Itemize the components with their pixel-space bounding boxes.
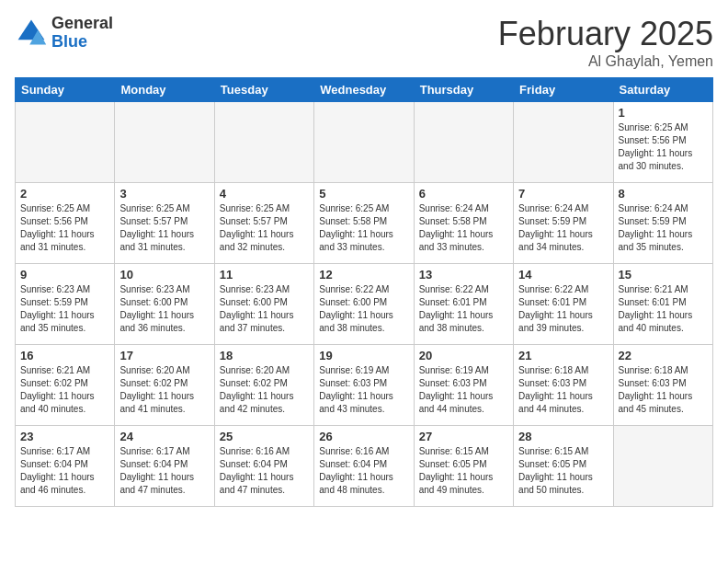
day-info: Sunrise: 6:15 AM Sunset: 6:05 PM Dayligh… [419, 445, 508, 497]
day-number: 17 [119, 349, 209, 362]
day-number: 16 [20, 349, 109, 362]
day-number: 6 [419, 187, 508, 201]
day-info: Sunrise: 6:24 AM Sunset: 5:59 PM Dayligh… [619, 202, 708, 254]
day-info: Sunrise: 6:20 AM Sunset: 6:02 PM Dayligh… [220, 364, 309, 416]
day-cell: 11Sunrise: 6:23 AM Sunset: 6:00 PM Dayli… [214, 264, 313, 345]
day-number: 15 [619, 268, 708, 282]
logo-general: General [51, 15, 113, 33]
day-number: 22 [619, 349, 708, 362]
day-info: Sunrise: 6:22 AM Sunset: 6:01 PM Dayligh… [518, 283, 608, 335]
day-cell: 18Sunrise: 6:20 AM Sunset: 6:02 PM Dayli… [214, 345, 313, 426]
calendar-body: 1Sunrise: 6:25 AM Sunset: 5:56 PM Daylig… [16, 102, 713, 507]
day-cell: 8Sunrise: 6:24 AM Sunset: 5:59 PM Daylig… [613, 183, 712, 264]
day-number: 14 [518, 268, 608, 282]
logo-blue: Blue [51, 33, 113, 52]
day-cell: 17Sunrise: 6:20 AM Sunset: 6:02 PM Dayli… [115, 345, 214, 426]
day-info: Sunrise: 6:23 AM Sunset: 6:00 PM Dayligh… [220, 283, 309, 335]
day-info: Sunrise: 6:22 AM Sunset: 6:00 PM Dayligh… [319, 283, 408, 335]
day-number: 24 [119, 430, 209, 443]
month-year: February 2025 [498, 15, 713, 53]
day-cell: 16Sunrise: 6:21 AM Sunset: 6:02 PM Dayli… [16, 345, 115, 426]
day-number: 10 [119, 268, 209, 282]
day-number: 2 [20, 187, 109, 201]
day-number: 1 [619, 106, 708, 120]
day-number: 11 [220, 268, 309, 282]
day-info: Sunrise: 6:19 AM Sunset: 6:03 PM Dayligh… [419, 364, 508, 416]
day-cell: 20Sunrise: 6:19 AM Sunset: 6:03 PM Dayli… [414, 345, 513, 426]
day-cell [115, 102, 214, 183]
day-info: Sunrise: 6:16 AM Sunset: 6:04 PM Dayligh… [319, 445, 408, 497]
day-number: 28 [518, 430, 608, 443]
location: Al Ghaylah, Yemen [498, 53, 713, 70]
day-cell: 19Sunrise: 6:19 AM Sunset: 6:03 PM Dayli… [314, 345, 414, 426]
day-cell [613, 426, 712, 507]
day-info: Sunrise: 6:25 AM Sunset: 5:57 PM Dayligh… [119, 202, 209, 254]
day-number: 13 [419, 268, 508, 282]
week-row-1: 1Sunrise: 6:25 AM Sunset: 5:56 PM Daylig… [16, 102, 713, 183]
day-number: 12 [319, 268, 408, 282]
logo-icon [15, 17, 48, 50]
day-number: 23 [20, 430, 109, 443]
day-info: Sunrise: 6:15 AM Sunset: 6:05 PM Dayligh… [518, 445, 608, 497]
day-info: Sunrise: 6:18 AM Sunset: 6:03 PM Dayligh… [518, 364, 608, 416]
day-number: 25 [220, 430, 309, 443]
weekday-header-thursday: Thursday [414, 78, 513, 102]
day-info: Sunrise: 6:23 AM Sunset: 5:59 PM Dayligh… [20, 283, 109, 335]
day-cell: 28Sunrise: 6:15 AM Sunset: 6:05 PM Dayli… [514, 426, 613, 507]
day-cell: 14Sunrise: 6:22 AM Sunset: 6:01 PM Dayli… [514, 264, 613, 345]
week-row-3: 9Sunrise: 6:23 AM Sunset: 5:59 PM Daylig… [16, 264, 713, 345]
day-cell [414, 102, 513, 183]
weekday-header-sunday: Sunday [16, 78, 115, 102]
day-cell: 2Sunrise: 6:25 AM Sunset: 5:56 PM Daylig… [16, 183, 115, 264]
day-info: Sunrise: 6:21 AM Sunset: 6:01 PM Dayligh… [619, 283, 708, 335]
weekday-header-row: SundayMondayTuesdayWednesdayThursdayFrid… [16, 78, 713, 102]
day-info: Sunrise: 6:21 AM Sunset: 6:02 PM Dayligh… [20, 364, 109, 416]
day-number: 8 [619, 187, 708, 201]
day-cell: 1Sunrise: 6:25 AM Sunset: 5:56 PM Daylig… [613, 102, 712, 183]
week-row-5: 23Sunrise: 6:17 AM Sunset: 6:04 PM Dayli… [16, 426, 713, 507]
day-cell: 5Sunrise: 6:25 AM Sunset: 5:58 PM Daylig… [314, 183, 414, 264]
page-header: General Blue February 2025 Al Ghaylah, Y… [15, 15, 713, 70]
day-info: Sunrise: 6:23 AM Sunset: 6:00 PM Dayligh… [119, 283, 209, 335]
day-cell: 7Sunrise: 6:24 AM Sunset: 5:59 PM Daylig… [514, 183, 613, 264]
day-cell [514, 102, 613, 183]
day-number: 5 [319, 187, 408, 201]
day-number: 21 [518, 349, 608, 362]
day-info: Sunrise: 6:19 AM Sunset: 6:03 PM Dayligh… [319, 364, 408, 416]
weekday-header-wednesday: Wednesday [314, 78, 414, 102]
day-info: Sunrise: 6:24 AM Sunset: 5:58 PM Dayligh… [419, 202, 508, 254]
day-cell [16, 102, 115, 183]
day-number: 18 [220, 349, 309, 362]
week-row-2: 2Sunrise: 6:25 AM Sunset: 5:56 PM Daylig… [16, 183, 713, 264]
day-number: 19 [319, 349, 408, 362]
day-cell: 6Sunrise: 6:24 AM Sunset: 5:58 PM Daylig… [414, 183, 513, 264]
weekday-header-tuesday: Tuesday [214, 78, 313, 102]
day-cell: 3Sunrise: 6:25 AM Sunset: 5:57 PM Daylig… [115, 183, 214, 264]
calendar: SundayMondayTuesdayWednesdayThursdayFrid… [15, 77, 713, 507]
logo-text: General Blue [51, 15, 113, 52]
day-cell: 21Sunrise: 6:18 AM Sunset: 6:03 PM Dayli… [514, 345, 613, 426]
day-number: 20 [419, 349, 508, 362]
logo: General Blue [15, 15, 113, 52]
day-cell: 23Sunrise: 6:17 AM Sunset: 6:04 PM Dayli… [16, 426, 115, 507]
day-cell [314, 102, 414, 183]
day-info: Sunrise: 6:25 AM Sunset: 5:56 PM Dayligh… [20, 202, 109, 254]
day-info: Sunrise: 6:16 AM Sunset: 6:04 PM Dayligh… [220, 445, 309, 497]
day-number: 9 [20, 268, 109, 282]
day-info: Sunrise: 6:25 AM Sunset: 5:56 PM Dayligh… [619, 121, 708, 173]
day-info: Sunrise: 6:22 AM Sunset: 6:01 PM Dayligh… [419, 283, 508, 335]
title-block: February 2025 Al Ghaylah, Yemen [498, 15, 713, 70]
day-number: 26 [319, 430, 408, 443]
weekday-header-monday: Monday [115, 78, 214, 102]
day-cell: 26Sunrise: 6:16 AM Sunset: 6:04 PM Dayli… [314, 426, 414, 507]
day-cell: 12Sunrise: 6:22 AM Sunset: 6:00 PM Dayli… [314, 264, 414, 345]
day-info: Sunrise: 6:20 AM Sunset: 6:02 PM Dayligh… [119, 364, 209, 416]
day-info: Sunrise: 6:18 AM Sunset: 6:03 PM Dayligh… [619, 364, 708, 416]
day-info: Sunrise: 6:25 AM Sunset: 5:58 PM Dayligh… [319, 202, 408, 254]
day-number: 7 [518, 187, 608, 201]
day-info: Sunrise: 6:24 AM Sunset: 5:59 PM Dayligh… [518, 202, 608, 254]
day-info: Sunrise: 6:17 AM Sunset: 6:04 PM Dayligh… [20, 445, 109, 497]
day-cell: 10Sunrise: 6:23 AM Sunset: 6:00 PM Dayli… [115, 264, 214, 345]
day-cell: 24Sunrise: 6:17 AM Sunset: 6:04 PM Dayli… [115, 426, 214, 507]
day-cell: 9Sunrise: 6:23 AM Sunset: 5:59 PM Daylig… [16, 264, 115, 345]
